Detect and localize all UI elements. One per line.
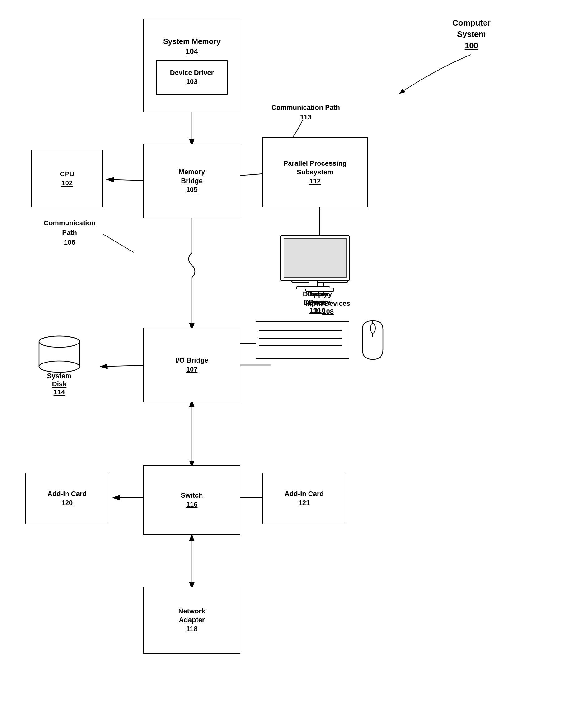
svg-point-21 (39, 361, 80, 372)
memory-bridge-label: MemoryBridge105 (179, 167, 205, 194)
keyboard-box (256, 321, 349, 359)
io-bridge-box: I/O Bridge107 (143, 328, 240, 402)
add-in-card-121-label: Add-In Card121 (284, 489, 324, 507)
system-memory-label: System Memory104 (163, 36, 221, 56)
memory-bridge-box: MemoryBridge105 (143, 143, 240, 218)
network-adapter-box: NetworkAdapter118 (143, 587, 240, 654)
add-in-card-121-box: Add-In Card121 (262, 473, 346, 524)
system-disk-label: SystemDisk114 (47, 372, 72, 396)
svg-point-22 (39, 336, 80, 347)
computer-system-label: ComputerSystem100 (452, 17, 491, 51)
pps-label: Parallel ProcessingSubsystem112 (283, 159, 347, 186)
comm-path-106-label: CommunicationPath106 (44, 218, 96, 247)
add-in-card-120-box: Add-In Card120 (25, 473, 109, 524)
cpu-box: CPU102 (31, 150, 103, 208)
keyboard-lines (259, 325, 346, 356)
monitor-svg (278, 234, 352, 288)
mouse-shape (356, 318, 390, 365)
mouse-container (356, 318, 390, 366)
disk-icon (34, 334, 84, 373)
svg-point-37 (370, 323, 375, 333)
comm-path-113-label: Communication Path113 (271, 103, 340, 122)
system-disk-container: SystemDisk114 (25, 334, 94, 396)
svg-rect-32 (296, 286, 330, 288)
io-bridge-label: I/O Bridge107 (175, 356, 208, 374)
input-devices-title: Input Devices108 (306, 300, 350, 316)
svg-rect-30 (284, 238, 346, 278)
network-adapter-label: NetworkAdapter118 (179, 607, 206, 634)
device-driver-label: Device Driver103 (170, 68, 214, 86)
add-in-card-120-label: Add-In Card120 (47, 489, 87, 507)
input-devices-final: Input Devices108 (256, 300, 399, 396)
switch-box: Switch116 (143, 465, 240, 535)
device-driver-box: Device Driver103 (156, 60, 228, 95)
cpu-label: CPU102 (60, 170, 74, 188)
switch-label: Switch116 (181, 491, 203, 509)
pps-box: Parallel ProcessingSubsystem112 (262, 137, 368, 208)
system-memory-box: System Memory104 Device Driver103 (143, 19, 240, 112)
